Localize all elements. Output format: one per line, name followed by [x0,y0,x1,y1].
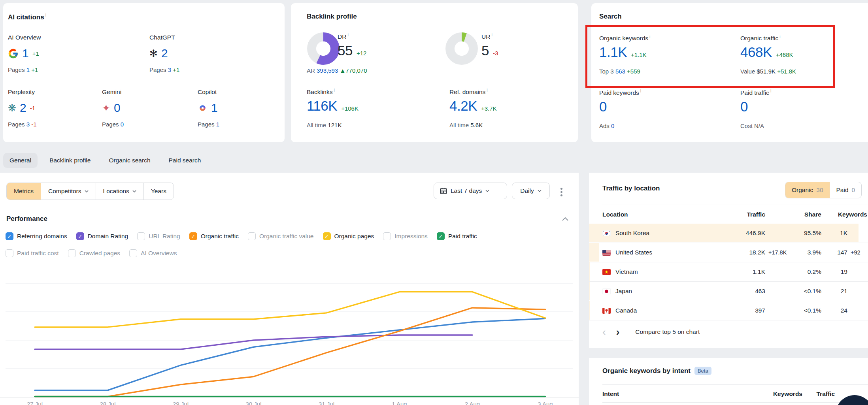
metric-value: 0 [114,101,121,115]
pages-line: Pages 3 +1 [149,66,240,73]
metric-value: 1 [22,47,29,60]
compare-top5-link[interactable]: Compare top 5 on chart [635,328,700,335]
paid-traffic-metric: Paid traffici 0 [740,89,771,115]
metric-checkbox-row: Paid traffic cost Crawled pages AI Overv… [6,249,177,257]
dr-metric: DRi 55 +12 [338,32,366,58]
checkbox-crawled-pages[interactable]: Crawled pages [68,249,120,257]
x-axis-label: 2 Aug [457,401,488,405]
performance-line-chart[interactable]: 27 Jul28 Jul29 Jul30 Jul31 Jul1 Aug2 Aug… [0,275,579,405]
chevron-down-icon [485,190,489,192]
google-icon [8,48,19,59]
checkbox-ai-overviews[interactable]: AI Overviews [129,249,177,257]
card-title: Search [599,13,622,21]
tab-backlink-profile[interactable]: Backlink profile [43,153,97,168]
info-icon[interactable]: i [334,88,334,92]
pages-line: Pages 0 [102,121,193,128]
filter-competitors[interactable]: Competitors [41,183,96,200]
info-icon[interactable]: i [491,32,492,37]
checkbox-paid-traffic-cost[interactable]: Paid traffic cost [6,249,59,257]
checkbox-referring-domains[interactable]: ✓Referring domains [6,232,67,240]
info-icon[interactable]: i [770,89,771,93]
info-icon[interactable]: i [45,13,46,17]
metric-change: +106K [341,105,359,112]
metric-change: -1 [30,105,35,111]
info-icon[interactable]: i [487,88,487,92]
share-bar [589,243,599,262]
perplexity-metric: Perplexity ❋ 2 -1 Pages 3 -1 [8,89,99,128]
calendar-icon [440,187,447,194]
divider [602,402,868,403]
checkbox-domain-rating[interactable]: ✓Domain Rating [76,232,128,240]
metric-value: 5 [481,43,489,58]
checkbox-paid-traffic[interactable]: ✓Paid traffic [437,232,477,240]
metric-value: 2 [161,47,168,60]
metric-change: -3 [493,50,498,57]
checkbox-organic-traffic[interactable]: ✓Organic traffic [189,232,239,240]
alltime-line: All time 121K [307,122,342,128]
metric-value[interactable]: 4.2K [449,98,477,114]
metric-checkbox-row: ✓Referring domains ✓Domain Rating URL Ra… [6,232,477,240]
organic-keywords-by-intent-panel: Organic keywords by intent Beta Intent K… [589,358,868,405]
divider [602,205,868,205]
toggle-paid[interactable]: Paid 0 [830,182,862,198]
metric-value: 2 [20,101,26,115]
metric-value[interactable]: 116K [307,98,337,114]
x-axis-label: 31 Jul [311,401,342,405]
section-title: Performance [6,215,47,223]
filter-years[interactable]: Years [144,183,174,200]
tab-paid-search[interactable]: Paid search [162,153,208,168]
table-row[interactable]: United States 18.2K +17.8K 3.9% 147 +92 [589,243,868,262]
location-pagination: ‹ › Compare top 5 on chart [602,327,700,337]
ur-metric: URi 5 -3 [481,32,498,58]
checkbox-organic-pages[interactable]: ✓Organic pages [323,232,374,240]
table-row[interactable]: South Korea 446.9K 95.5% 1K [589,224,868,243]
table-row[interactable]: Vietnam 1.1K 0.2% 19 [589,262,868,282]
flag-japan-icon [602,288,611,294]
ur-donut-chart [445,32,479,66]
flag-south-korea-icon [602,230,611,236]
chevron-down-icon [85,190,89,192]
share-bar [589,282,590,300]
ar-line: AR 393,593 ▲770,070 [307,67,367,74]
granularity-button[interactable]: Daily [512,183,550,199]
metric-change: +3.7K [481,105,497,112]
annotation-highlight-box [585,25,835,88]
info-icon[interactable]: i [640,89,641,93]
pages-line: Pages 1 [198,121,289,128]
table-row[interactable]: Japan 463 <0.1% 21 [589,282,868,301]
share-bar [589,301,590,320]
traffic-by-location-panel: Traffic by location Organic 30 Paid 0 Lo… [589,173,868,348]
date-range-button[interactable]: Last 7 days [434,183,507,199]
ai-overview-metric: AI Overview 1 +1 Pages 1 +1 [8,34,99,73]
prev-page-chevron-icon[interactable]: ‹ [602,327,606,337]
table-row[interactable]: Canada 397 <0.1% 24 [589,301,868,320]
section-title: Traffic by location [602,185,660,192]
toggle-organic[interactable]: Organic 30 [785,182,830,198]
copilot-metric: Copilot 1 Pages 1 [198,89,289,128]
backlink-profile-card: Backlink profile DRi 55 +12 AR 393,593 ▲… [291,3,578,142]
openai-icon: ✻ [149,49,158,58]
chevron-down-icon [538,190,542,192]
ads-line: Ads 0 [599,122,614,129]
checkbox-impressions[interactable]: Impressions [383,232,428,240]
x-axis-label: 29 Jul [165,401,196,405]
flag-canada-icon [602,308,611,314]
next-page-chevron-icon[interactable]: › [616,327,620,337]
performance-panel: Metrics Competitors Locations Years Last… [0,173,579,405]
filter-locations[interactable]: Locations [96,183,144,200]
backlinks-metric: Backlinksi 116K +106K [307,88,359,114]
collapse-section-chevron[interactable] [562,217,568,221]
info-icon[interactable]: i [347,32,348,37]
more-options-kebab[interactable] [559,186,564,198]
checkbox-url-rating[interactable]: URL Rating [137,232,180,240]
chatgpt-metric: ChatGPT ✻ 2 Pages 3 +1 [149,34,240,73]
tab-general[interactable]: General [3,153,38,168]
metric-value: 0 [599,99,607,115]
ref-domains-metric: Ref. domainsi 4.2K +3.7K [449,88,497,114]
x-axis-label: 28 Jul [92,401,124,405]
filter-metrics[interactable]: Metrics [7,183,41,200]
tab-organic-search[interactable]: Organic search [102,153,157,168]
chevron-down-icon [132,190,136,192]
checkbox-organic-traffic-value[interactable]: Organic traffic value [248,232,314,240]
table-header: Intent Keywords Traffic [589,386,868,402]
